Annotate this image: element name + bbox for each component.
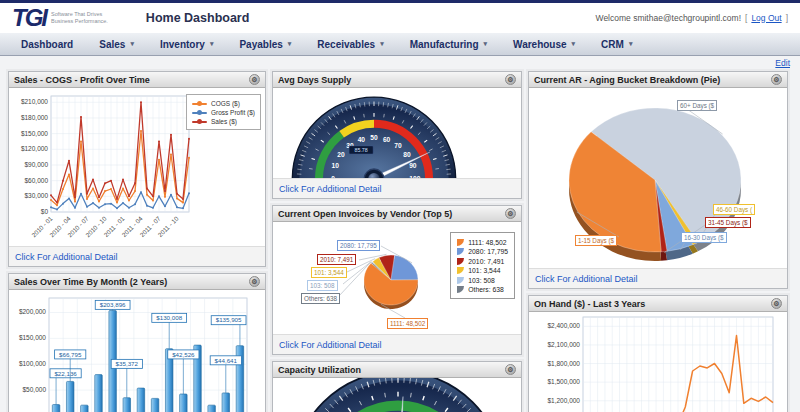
widget-sales-cogs-profit: Sales - COGS - Profit Over Time ⚙ $210,0… xyxy=(8,71,266,267)
svg-text:$1,200,000: $1,200,000 xyxy=(547,397,580,404)
tgi-logo: TGI xyxy=(12,6,46,30)
widget-current-ar: Current AR - Aging Bucket Breakdown (Pie… xyxy=(528,71,788,289)
sales_by_month-svg: $200,000$150,000$100,000$50,000$02010 - … xyxy=(9,290,257,412)
svg-text:$42,526: $42,526 xyxy=(172,351,195,358)
widget-header: On Hand ($) - Last 3 Years ⚙ xyxy=(529,296,787,312)
widget-capacity-utilization: Capacity Utilization ⚙ 01020304050607080… xyxy=(272,361,522,412)
widget-footer: Click For Additional Detail xyxy=(529,268,787,288)
app-window: TGI Software That Drives Business Perfor… xyxy=(0,0,800,412)
widget-header: Sales Over Time By Month (2 Years) ⚙ xyxy=(9,274,265,290)
svg-text:10: 10 xyxy=(331,162,339,169)
pie-callout-103: 103: 508 xyxy=(307,280,338,291)
nav-item-manufacturing[interactable]: Manufacturing▾ xyxy=(397,39,500,50)
widget-header: Capacity Utilization ⚙ xyxy=(273,362,521,378)
pie-callout-1111: 1111: 48,502 xyxy=(387,318,428,329)
svg-text:20: 20 xyxy=(337,151,345,158)
svg-text:85.78: 85.78 xyxy=(354,147,367,153)
column-middle: Avg Days Supply ⚙ 0102030405060708090100… xyxy=(272,71,522,412)
widget-avg-days-supply: Avg Days Supply ⚙ 0102030405060708090100… xyxy=(272,71,522,199)
additional-detail-link[interactable]: Click For Additional Detail xyxy=(535,274,638,284)
widget-sales-by-month: Sales Over Time By Month (2 Years) ⚙ $20… xyxy=(8,273,266,412)
pie-callout-60+-days-: 60+ Days ($ xyxy=(677,100,717,111)
additional-detail-link[interactable]: Click For Additional Detail xyxy=(279,340,382,350)
chevron-down-icon: ▾ xyxy=(629,40,633,48)
widget-open-invoices: Current Open Invoices by Vendor (Top 5) … xyxy=(272,205,522,355)
widget-settings-icon[interactable]: ⚙ xyxy=(771,74,782,85)
legend-item-gross-profit-: Gross Profit ($) xyxy=(192,109,255,116)
logout-link[interactable]: Log Out xyxy=(751,13,781,23)
additional-detail-link[interactable]: Click For Additional Detail xyxy=(15,252,118,262)
legend-item-1111: 1111: 48,502 xyxy=(457,239,508,246)
legend-item-2010: 2010: 7,491 xyxy=(457,258,508,265)
svg-text:$0: $0 xyxy=(41,208,49,215)
pie-callout-46-60-days-: 46-60 Days ( xyxy=(713,204,755,215)
svg-text:90: 90 xyxy=(409,162,417,169)
svg-text:$30,000: $30,000 xyxy=(25,192,49,199)
chevron-down-icon: ▾ xyxy=(380,40,384,48)
widget-settings-icon[interactable]: ⚙ xyxy=(505,74,516,85)
pie-callout-31-45-days-: 31-45 Days ($ xyxy=(705,217,751,228)
svg-text:$1,800,000: $1,800,000 xyxy=(547,360,580,367)
svg-text:$2,400,000: $2,400,000 xyxy=(547,322,580,329)
pie-callout-others: Others: 638 xyxy=(301,293,340,304)
widget-header: Current AR - Aging Bucket Breakdown (Pie… xyxy=(529,72,787,88)
top-bar: TGI Software That Drives Business Perfor… xyxy=(0,3,800,32)
widget-settings-icon[interactable]: ⚙ xyxy=(505,364,516,375)
edit-dashboard-link[interactable]: Edit xyxy=(775,58,790,68)
svg-text:40: 40 xyxy=(358,136,366,143)
widget-title: Sales - COGS - Profit Over Time xyxy=(14,75,150,85)
svg-text:$210,000: $210,000 xyxy=(21,98,48,105)
nav-item-warehouse[interactable]: Warehouse▾ xyxy=(500,39,588,50)
nav-item-receivables[interactable]: Receivables▾ xyxy=(304,39,396,50)
widget-settings-icon[interactable]: ⚙ xyxy=(249,276,260,287)
nav-item-crm[interactable]: CRM▾ xyxy=(588,39,645,50)
nav-item-sales[interactable]: Sales▾ xyxy=(86,39,147,50)
svg-text:$1,500,000: $1,500,000 xyxy=(547,378,580,385)
chevron-down-icon: ▾ xyxy=(130,40,134,48)
nav-item-inventory[interactable]: Inventory▾ xyxy=(147,39,227,50)
svg-text:$66,795: $66,795 xyxy=(59,351,82,358)
widget-header: Sales - COGS - Profit Over Time ⚙ xyxy=(9,72,265,88)
svg-text:$203,896: $203,896 xyxy=(100,301,126,308)
chevron-down-icon: ▾ xyxy=(572,40,576,48)
dashboard-content: Edit Sales - COGS - Profit Over Time ⚙ $… xyxy=(0,56,800,412)
svg-text:100: 100 xyxy=(409,175,420,178)
svg-text:$150,000: $150,000 xyxy=(19,334,46,341)
svg-text:50: 50 xyxy=(370,134,378,141)
column-right: Current AR - Aging Bucket Breakdown (Pie… xyxy=(528,71,788,412)
svg-text:$35,372: $35,372 xyxy=(116,360,139,367)
svg-text:0: 0 xyxy=(331,175,335,178)
capacity_utilization-svg: 0102030405060708090100 xyxy=(283,378,513,412)
svg-text:$100,000: $100,000 xyxy=(19,360,46,367)
pie-legend: 1111: 48,5022080: 17,7952010: 7,491101: … xyxy=(450,232,515,299)
widget-footer: Click For Additional Detail xyxy=(9,246,265,266)
widget-settings-icon[interactable]: ⚙ xyxy=(771,298,782,309)
widget-title: Capacity Utilization xyxy=(278,365,361,375)
widget-settings-icon[interactable]: ⚙ xyxy=(249,74,260,85)
widget-title: Sales Over Time By Month (2 Years) xyxy=(14,277,167,287)
widget-header: Avg Days Supply ⚙ xyxy=(273,72,521,88)
svg-text:$200,000: $200,000 xyxy=(19,308,46,315)
legend-item-103: 103: 508 xyxy=(457,277,508,284)
svg-text:$135,905: $135,905 xyxy=(216,316,242,323)
pie-callout-16-30-days-: 16-30 Days ($ xyxy=(681,232,727,243)
chevron-down-icon: ▾ xyxy=(288,40,292,48)
widget-settings-icon[interactable]: ⚙ xyxy=(505,208,516,219)
svg-text:$150,000: $150,000 xyxy=(21,130,48,137)
legend-item-2080: 2080: 17,795 xyxy=(457,248,508,255)
main-navbar: DashboardSales▾Inventory▾Payables▾Receiv… xyxy=(0,32,800,56)
avg-days-supply-gauge: 010203040506070809010085.78 xyxy=(285,90,463,178)
legend-item-101: 101: 3,544 xyxy=(457,267,508,274)
on_hand-svg: $2,400,000$2,100,000$1,800,000$1,500,000… xyxy=(529,312,783,412)
additional-detail-link[interactable]: Click For Additional Detail xyxy=(279,184,382,194)
legend-item-cogs-: COGS ($) xyxy=(192,100,255,107)
svg-text:70: 70 xyxy=(394,142,402,149)
nav-item-dashboard[interactable]: Dashboard xyxy=(8,39,86,50)
widget-header: Current Open Invoices by Vendor (Top 5) … xyxy=(273,206,521,222)
svg-text:80: 80 xyxy=(403,151,411,158)
svg-text:$180,000: $180,000 xyxy=(21,114,48,121)
legend-item-others: Others: 638 xyxy=(457,286,508,293)
svg-text:$120,000: $120,000 xyxy=(21,145,48,152)
widget-footer: Click For Additional Detail xyxy=(273,178,521,198)
nav-item-payables[interactable]: Payables▾ xyxy=(226,39,304,50)
